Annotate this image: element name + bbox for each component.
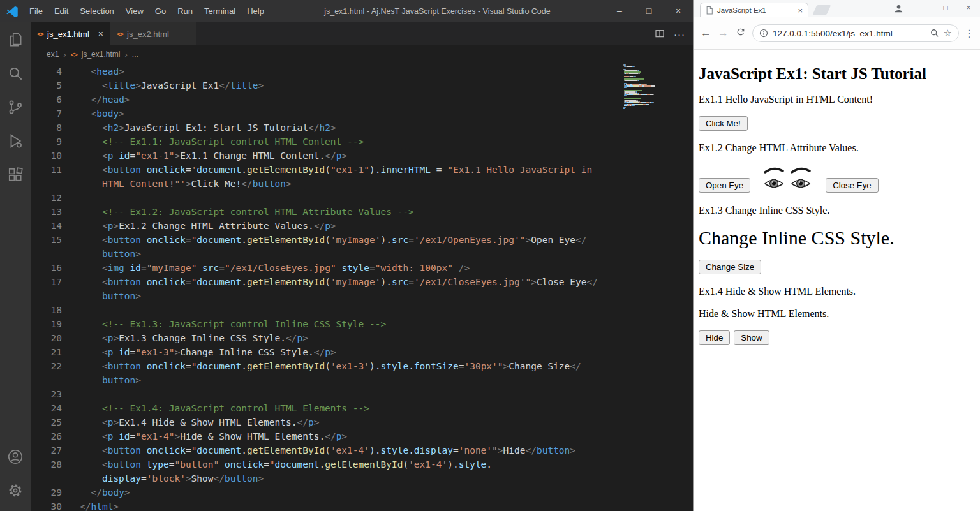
menu-terminal[interactable]: Terminal <box>198 0 241 22</box>
chevron-right-icon: › <box>63 50 66 59</box>
code-line[interactable]: 7 <body> <box>31 107 693 121</box>
browser-menu-icon[interactable]: ⋮ <box>962 27 976 40</box>
code-line[interactable]: 5 <title>JavaScript Ex1</title> <box>31 78 693 93</box>
split-editor-icon[interactable] <box>655 29 665 39</box>
code-line[interactable]: 19 <!-- Ex1.3: JavaScript control Inline… <box>31 317 693 331</box>
code-line[interactable]: 4 <head> <box>31 64 693 78</box>
chevron-right-icon: › <box>124 50 127 59</box>
run-debug-icon[interactable] <box>0 124 31 158</box>
bookmark-star-icon[interactable]: ☆ <box>944 27 952 39</box>
html-file-icon: <> <box>117 31 123 38</box>
code-line[interactable]: 15 <button onclick="document.getElementB… <box>31 233 693 247</box>
info-icon[interactable] <box>759 29 768 38</box>
menu-view[interactable]: View <box>120 0 149 22</box>
ex1-2-paragraph: Ex1.2 Change HTML Attribute Values. <box>699 142 975 154</box>
code-line[interactable]: 11 <button onclick='document.getElementB… <box>31 163 693 177</box>
settings-gear-icon[interactable] <box>0 473 31 507</box>
code-line[interactable]: 13 <!-- Ex1.2: JavaScript control HTML A… <box>31 205 693 219</box>
code-line[interactable]: 14 <p>Ex1.2 Change HTML Attribute Values… <box>31 219 693 233</box>
maximize-button[interactable]: □ <box>634 0 664 22</box>
code-line[interactable]: 26 <p id="ex1-4">Hide & Show HTML Elemen… <box>31 429 693 443</box>
menu-go[interactable]: Go <box>149 0 172 22</box>
breadcrumb-item-symbol[interactable]: ... <box>132 50 138 59</box>
editor-actions: ··· <box>655 22 693 45</box>
vscode-titlebar: FileEditSelectionViewGoRunTerminalHelp j… <box>0 0 693 22</box>
ex1-4-toggle-paragraph: Hide & Show HTML Elements. <box>699 308 975 320</box>
code-line[interactable]: 16 <img id="myImage" src="/ex1/CloseEyes… <box>31 261 693 275</box>
tab-close-icon[interactable]: × <box>98 29 103 39</box>
maximize-button[interactable]: □ <box>934 0 957 15</box>
code-line[interactable]: 18 <box>31 303 693 317</box>
menu-selection[interactable]: Selection <box>74 0 119 22</box>
page-heading: JavaScript Ex1: Start JS Tutorial <box>699 65 975 83</box>
tab-js-ex2[interactable]: <> js_ex2.html <box>110 22 197 45</box>
extensions-icon[interactable] <box>0 158 31 191</box>
page-favicon <box>706 6 713 15</box>
code-line[interactable]: 21 <p id="ex1-3">Change Inline CSS Style… <box>31 345 693 359</box>
code-line[interactable]: 9 <!-- Ex1.1: JavaScript control HTML Co… <box>31 135 693 149</box>
account-icon[interactable] <box>0 440 31 473</box>
browser-tab[interactable]: JavaScript Ex1 × <box>700 3 808 17</box>
minimize-button[interactable]: – <box>605 0 634 22</box>
tab-close-icon[interactable]: × <box>798 6 803 15</box>
url-text[interactable]: 127.0.0.1:5500/ex1/js_ex1.html <box>773 29 926 38</box>
click-me-button[interactable]: Click Me! <box>699 116 748 131</box>
source-control-icon[interactable] <box>0 90 31 124</box>
code-line[interactable]: button> <box>31 373 693 387</box>
code-line[interactable]: 28 <button type="button" onclick="docume… <box>31 457 693 471</box>
forward-button[interactable]: → <box>715 27 732 40</box>
minimize-button[interactable]: – <box>911 0 934 15</box>
close-eye-button[interactable]: Close Eye <box>826 178 879 193</box>
code-line[interactable]: 10 <p id="ex1-1">Ex1.1 Change HTML Conte… <box>31 149 693 163</box>
minimap[interactable] <box>623 64 681 109</box>
breadcrumb-item-file[interactable]: js_ex1.html <box>82 50 121 59</box>
code-line[interactable]: 20 <p>Ex1.3 Change Inline CSS Style.</p> <box>31 331 693 345</box>
back-button[interactable]: ← <box>697 27 715 40</box>
code-line[interactable]: 27 <button onclick="document.getElementB… <box>31 443 693 457</box>
zoom-icon[interactable] <box>930 29 939 38</box>
close-button[interactable]: × <box>957 0 980 15</box>
browser-navbar: ← → 127.0.0.1:5500/ex1/js_ex1.html ☆ ⋮ <box>694 17 980 50</box>
address-bar[interactable]: 127.0.0.1:5500/ex1/js_ex1.html ☆ <box>752 24 959 42</box>
hide-button[interactable]: Hide <box>699 330 730 345</box>
code-editor[interactable]: 4 <head>5 <title>JavaScript Ex1</title>6… <box>31 63 693 511</box>
code-line[interactable]: 24 <!-- Ex1.4: JavaScript control HTML E… <box>31 401 693 415</box>
change-size-button[interactable]: Change Size <box>699 260 761 274</box>
code-line[interactable]: 23 <box>31 387 693 401</box>
code-line[interactable]: button> <box>31 247 693 261</box>
code-line[interactable]: 30</html> <box>31 500 693 511</box>
code-line[interactable]: 12 <box>31 191 693 205</box>
tab-js-ex1[interactable]: <> js_ex1.html × <box>31 22 110 45</box>
profile-icon[interactable] <box>894 4 903 13</box>
code-line[interactable]: display='block'>Show</button> <box>31 471 693 485</box>
code-line[interactable]: 25 <p>Ex1.4 Hide & Show HTML Elements.</… <box>31 415 693 429</box>
more-actions-icon[interactable]: ··· <box>674 29 685 40</box>
menu-help[interactable]: Help <box>241 0 270 22</box>
code-line[interactable]: 8 <h2>JavaScript Ex1: Start JS Tutorial<… <box>31 121 693 135</box>
menubar: FileEditSelectionViewGoRunTerminalHelp <box>24 0 270 22</box>
menu-edit[interactable]: Edit <box>48 0 74 22</box>
window-title: js_ex1.html - Aj.NesT JavaScript Exercis… <box>270 7 605 16</box>
code-lines[interactable]: 4 <head>5 <title>JavaScript Ex1</title>6… <box>31 64 693 511</box>
browser-window: JavaScript Ex1 × – □ × ← → 127.0.0.1:550… <box>693 0 980 511</box>
open-eye-button[interactable]: Open Eye <box>699 178 750 193</box>
ex1-3-styled-paragraph: Change Inline CSS Style. <box>699 227 975 249</box>
new-tab-button[interactable] <box>813 5 831 15</box>
ex1-1-paragraph: Ex1.1 Hello JavaScript in HTML Content! <box>699 94 975 105</box>
search-icon[interactable] <box>0 56 31 90</box>
tab-label: js_ex1.html <box>47 29 89 39</box>
breadcrumb-item-ex1[interactable]: ex1 <box>47 50 59 59</box>
code-line[interactable]: 29 </body> <box>31 485 693 500</box>
code-line[interactable]: HTML Content!"'>Click Me!</button> <box>31 177 693 191</box>
refresh-button[interactable] <box>732 27 749 40</box>
code-line[interactable]: 6 </head> <box>31 93 693 107</box>
menu-file[interactable]: File <box>24 0 48 22</box>
menu-run[interactable]: Run <box>172 0 198 22</box>
code-line[interactable]: 22 <button onclick="document.getElementB… <box>31 359 693 373</box>
close-button[interactable]: × <box>664 0 693 22</box>
explorer-icon[interactable] <box>0 22 31 56</box>
code-line[interactable]: 17 <button onclick="document.getElementB… <box>31 275 693 289</box>
code-line[interactable]: button> <box>31 289 693 303</box>
html-file-icon: <> <box>37 31 43 38</box>
show-button[interactable]: Show <box>734 330 769 345</box>
